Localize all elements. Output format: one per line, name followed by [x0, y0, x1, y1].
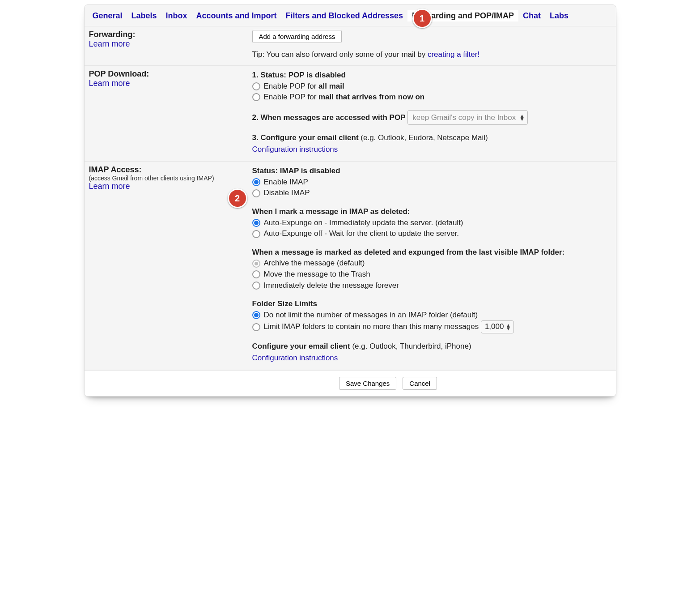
radio-pop-all-mail[interactable]	[252, 82, 260, 90]
add-forwarding-address-button[interactable]: Add a forwarding address	[252, 30, 342, 43]
radio-pop-from-now[interactable]	[252, 93, 260, 101]
pop-configure-note: (e.g. Outlook, Eudora, Netscape Mail)	[361, 133, 488, 142]
settings-frame: 1 2 3 General Labels Inbox Accounts and …	[84, 4, 616, 397]
settings-tabs: General Labels Inbox Accounts and Import…	[85, 5, 616, 26]
radio-folder-limit[interactable]	[252, 323, 260, 331]
imap-delete-heading: When I mark a message in IMAP as deleted…	[252, 206, 611, 218]
imap-enable-label: Enable IMAP	[264, 177, 308, 188]
creating-filter-link[interactable]: creating a filter!	[428, 50, 479, 59]
radio-expunge-on[interactable]	[252, 219, 260, 227]
tab-accounts-import[interactable]: Accounts and Import	[192, 10, 281, 21]
section-pop: POP Download: Learn more 1. Status: POP …	[85, 66, 616, 162]
pop-config-instructions-link[interactable]: Configuration instructions	[252, 145, 338, 154]
expunge-on-label: Auto-Expunge on - Immediately update the…	[264, 218, 463, 229]
section-forwarding: Forwarding: Learn more Add a forwarding …	[85, 26, 616, 66]
pop-opt1-text: Enable POP for all mail	[264, 81, 344, 92]
imap-configure-note: (e.g. Outlook, Thunderbird, iPhone)	[352, 342, 471, 350]
callout-1: 1	[412, 9, 432, 28]
pop-configure-label: 3. Configure your email client	[252, 133, 359, 142]
radio-folder-no-limit[interactable]	[252, 311, 260, 319]
pop-status-value: POP is disabled	[288, 71, 346, 79]
radio-trash[interactable]	[252, 270, 260, 278]
expunge-off-label: Auto-Expunge off - Wait for the client t…	[264, 228, 459, 239]
forwarding-learn-more[interactable]: Learn more	[89, 39, 130, 48]
trash-label: Move the message to the Trash	[264, 269, 370, 280]
imap-config-instructions-link[interactable]: Configuration instructions	[252, 354, 338, 362]
radio-expunge-off[interactable]	[252, 230, 260, 238]
pop-access-label: 2. When messages are accessed with POP	[252, 113, 406, 122]
radio-imap-disable[interactable]	[252, 189, 260, 197]
forwarding-title: Forwarding:	[89, 30, 248, 39]
save-changes-button[interactable]: Save Changes	[339, 377, 396, 390]
folder-no-limit-label: Do not limit the number of messages in a…	[264, 310, 478, 321]
folder-heading: Folder Size Limits	[252, 298, 611, 310]
delete-forever-label: Immediately delete the message forever	[264, 280, 399, 291]
tab-general[interactable]: General	[88, 10, 127, 21]
forwarding-tip-text: Tip: You can also forward only some of y…	[252, 50, 428, 59]
tab-chat[interactable]: Chat	[518, 10, 545, 21]
folder-limit-label: Limit IMAP folders to contain no more th…	[264, 321, 479, 333]
imap-learn-more[interactable]: Learn more	[89, 182, 130, 191]
tab-labs[interactable]: Labs	[545, 10, 573, 21]
callout-2: 2	[228, 188, 247, 208]
cancel-button[interactable]: Cancel	[403, 377, 437, 390]
imap-configure-label: Configure your email client	[252, 342, 350, 350]
tab-inbox[interactable]: Inbox	[161, 10, 192, 21]
imap-subnote: (access Gmail from other clients using I…	[89, 175, 248, 182]
imap-status-label: Status:	[252, 166, 278, 175]
imap-status-value: IMAP is disabled	[280, 166, 340, 175]
pop-learn-more[interactable]: Learn more	[89, 79, 130, 88]
pop-opt2-text: Enable POP for mail that arrives from no…	[264, 92, 425, 103]
footer: Save Changes Cancel	[85, 370, 616, 396]
archive-label: Archive the message (default)	[264, 258, 365, 269]
pop-status-label: 1. Status:	[252, 71, 287, 79]
radio-archive[interactable]	[252, 260, 260, 268]
imap-title: IMAP Access:	[89, 165, 248, 175]
tab-filters-blocked[interactable]: Filters and Blocked Addresses	[281, 10, 407, 21]
folder-limit-select[interactable]: 1,000 ▲▼	[481, 320, 514, 333]
pop-title: POP Download:	[89, 69, 248, 79]
pop-access-select[interactable]: keep Gmail's copy in the Inbox ▲▼	[407, 110, 528, 125]
radio-imap-enable[interactable]	[252, 178, 260, 186]
radio-delete-forever[interactable]	[252, 282, 260, 290]
section-imap: IMAP Access: (access Gmail from other cl…	[85, 162, 616, 370]
imap-expunged-heading: When a message is marked as deleted and …	[252, 247, 611, 258]
imap-disable-label: Disable IMAP	[264, 188, 310, 199]
tab-labels[interactable]: Labels	[127, 10, 161, 21]
